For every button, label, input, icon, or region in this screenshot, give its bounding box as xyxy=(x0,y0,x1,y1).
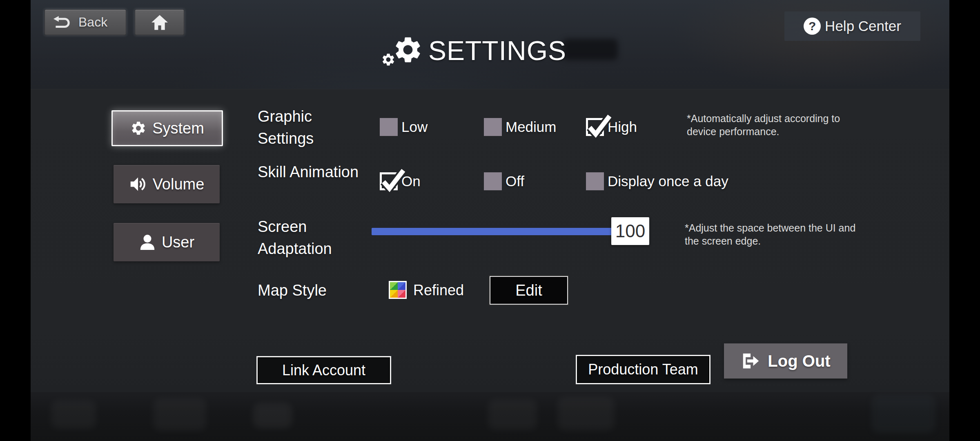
skill-on-option[interactable]: On xyxy=(380,172,421,190)
user-icon xyxy=(139,234,156,251)
link-account-button[interactable]: Link Account xyxy=(256,356,391,384)
map-style-label: Map Style xyxy=(258,279,360,301)
sidebar-item-label: System xyxy=(152,120,204,137)
option-label: High xyxy=(608,119,637,135)
blurred-background-shape xyxy=(872,395,935,433)
checkbox-icon[interactable] xyxy=(484,118,502,136)
screen-adaptation-slider[interactable] xyxy=(372,228,649,235)
sidebar-item-system[interactable]: System xyxy=(111,110,223,146)
screen-adaptation-label: Screen Adaptation xyxy=(258,216,360,260)
graphic-medium-option[interactable]: Medium xyxy=(484,118,556,136)
map-style-value: Refined xyxy=(413,279,464,301)
slider-value: 100 xyxy=(615,221,645,241)
skill-display-once-option[interactable]: Display once a day xyxy=(586,172,728,190)
help-center-button[interactable]: ? Help Center xyxy=(784,11,920,41)
blurred-background-shape xyxy=(563,39,618,60)
log-out-label: Log Out xyxy=(768,352,830,370)
sidebar-item-volume[interactable]: Volume xyxy=(114,165,220,203)
gear-icon xyxy=(130,120,147,136)
blurred-background-shape xyxy=(488,399,537,430)
settings-gear-icon xyxy=(381,32,423,69)
page-title-group: SETTINGS xyxy=(381,32,566,69)
home-button[interactable] xyxy=(135,9,184,35)
back-button-label: Back xyxy=(78,15,107,30)
checkbox-checked-icon[interactable] xyxy=(586,118,604,136)
help-center-label: Help Center xyxy=(825,18,901,34)
page-title: SETTINGS xyxy=(428,32,566,69)
question-icon: ? xyxy=(804,18,821,35)
graphic-high-option[interactable]: High xyxy=(586,118,637,136)
settings-screen: Back SETTINGS ? Help Center Sys xyxy=(31,0,949,441)
slider-thumb[interactable]: 100 xyxy=(611,217,649,245)
blurred-background-shape xyxy=(153,398,206,431)
back-arrow-icon xyxy=(53,16,72,29)
sidebar-item-label: Volume xyxy=(153,176,205,193)
production-team-button[interactable]: Production Team xyxy=(576,355,710,384)
speaker-icon xyxy=(129,176,147,193)
sidebar-item-label: User xyxy=(162,234,194,251)
map-style-edit-button[interactable]: Edit xyxy=(490,276,568,305)
back-button[interactable]: Back xyxy=(45,9,126,35)
map-style-icon xyxy=(389,281,407,299)
home-icon xyxy=(151,14,169,31)
logout-icon xyxy=(741,352,761,370)
skill-animation-label: Skill Animation xyxy=(258,161,360,183)
log-out-button[interactable]: Log Out xyxy=(724,343,847,379)
option-label: Medium xyxy=(506,119,556,135)
option-label: Display once a day xyxy=(608,173,728,189)
checkbox-icon[interactable] xyxy=(484,172,502,190)
blurred-background-shape xyxy=(51,400,96,429)
link-account-label: Link Account xyxy=(282,362,365,379)
graphic-settings-note: *Automatically adjust according to devic… xyxy=(687,112,850,138)
blurred-background-shape xyxy=(557,397,615,430)
option-label: Off xyxy=(506,173,524,189)
production-team-label: Production Team xyxy=(588,361,698,378)
sidebar-item-user[interactable]: User xyxy=(114,223,220,261)
checkbox-icon[interactable] xyxy=(380,118,398,136)
screen-adaptation-note: *Adjust the space between the UI and the… xyxy=(685,221,860,247)
checkbox-checked-icon[interactable] xyxy=(380,172,398,190)
graphic-settings-label: Graphic Settings xyxy=(258,105,360,149)
edit-button-label: Edit xyxy=(515,282,542,299)
checkbox-icon[interactable] xyxy=(586,172,604,190)
graphic-low-option[interactable]: Low xyxy=(380,118,428,136)
skill-off-option[interactable]: Off xyxy=(484,172,524,190)
blurred-background-shape xyxy=(253,403,292,428)
option-label: Low xyxy=(401,119,428,135)
